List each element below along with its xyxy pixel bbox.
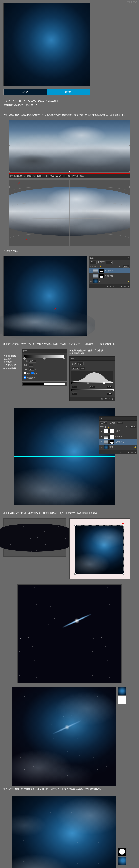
layer-mask-thumb[interactable] [109,435,114,439]
layer-name[interactable]: 背景 [99,280,103,283]
visibility-icon[interactable]: 👁 [100,446,103,448]
grad-align-check[interactable]: 与图层对齐 [24,376,35,379]
layer-thumb[interactable] [104,440,109,444]
mask-icon[interactable]: ◐ [113,285,115,287]
layer-name[interactable]: 天空图层 4 [105,270,113,272]
transform-toolbar[interactable]: X:25.00 Y:260.5 W:100.0 ⚭ H:100.0 ∠0.00 … [9,174,130,178]
visibility-icon[interactable]: 👁 [100,436,103,438]
delete-icon[interactable]: 🗑 [134,451,136,454]
delete-adj-icon[interactable]: 🗑 [111,398,114,400]
layer-name[interactable]: 色阶 1 [115,430,120,432]
layer-name[interactable]: 天空图层 1 [105,275,113,277]
grad-reverse-check[interactable]: 反向 [24,372,30,375]
layer-thumb[interactable] [104,445,109,450]
fill-value[interactable]: 100% [123,265,129,268]
visibility-icon[interactable]: 👁 [90,270,92,272]
lock-all-icon[interactable]: 🔒 [107,426,109,428]
lock-pixels-icon[interactable]: ▨ [105,426,107,428]
layer-row-grad[interactable]: 👁 渐变填充 1 [99,434,137,439]
opacity-value[interactable]: 100% [117,422,123,424]
panel-menu-icon[interactable]: ≡ [135,417,136,420]
thumb-final [118,857,127,865]
tb-y-label: Y: [24,175,25,177]
clip-icon[interactable]: ◪ [101,398,103,400]
layer-row-bg2[interactable]: 👁 背景 🔒 [99,445,137,450]
lock-all-icon[interactable]: 🔒 [100,265,102,267]
tb-h-value[interactable]: 100.0 [49,175,55,177]
in-black-value[interactable]: 0 [72,385,77,388]
layer-row-sky1b[interactable]: 👁 天空图层 1 [99,439,137,445]
group-icon[interactable]: ▣ [127,451,130,454]
gradient-bar[interactable] [24,355,64,358]
link-icon[interactable]: ⚭ [44,175,45,177]
visibility-icon[interactable]: 👁 [90,275,92,277]
gradient-editor-small[interactable] [22,382,67,386]
layer-row-bg[interactable]: 👁 背景 🔒 [89,279,130,284]
adjustment-icon[interactable]: ◑ [117,285,119,287]
layer-thumb[interactable] [93,274,98,278]
visibility-icon[interactable]: 👁 [100,430,103,432]
fx-icon[interactable]: fx [110,285,112,287]
layer-row-sky1[interactable]: 👁 天空图层 1 [89,273,130,279]
link-layers-icon[interactable]: ⚭ [113,451,115,454]
tb-vskew[interactable]: V: 0.0 [73,175,79,177]
mask-icon[interactable]: ◐ [120,451,122,454]
blend-mode-dropdown[interactable]: 正常 ▾ [90,261,96,264]
group-icon[interactable]: ▣ [120,285,122,287]
out-black-value[interactable]: 0 [72,392,77,395]
layer-thumb[interactable] [93,269,98,273]
new-layer-icon[interactable]: ▦ [123,285,126,287]
grad-dither-check[interactable]: 仿色 [31,372,37,375]
layers-panel-2[interactable]: 图层≡ 正常 ▾ 不透明度: 100% 锁定: ▨ 🔒 填充: 100% 👁 [99,416,137,454]
new-layer-icon[interactable]: ▦ [131,451,133,454]
tb-hskew[interactable]: H: 0.0 [65,175,71,177]
gradient-preview-small[interactable] [23,383,65,385]
visibility-icon[interactable]: 👁 [90,280,92,282]
lock-pixels-icon[interactable]: ▨ [94,265,96,267]
tb-y-value[interactable]: 260.5 [26,175,32,177]
delete-icon[interactable]: 🗑 [127,285,130,287]
view-prev-icon[interactable]: 👁 [105,398,107,400]
layer-name[interactable]: 背景 [109,446,113,448]
blend-mode-dropdown[interactable]: 正常 ▾ [100,421,107,425]
in-white-value[interactable]: 194 [107,385,112,388]
layer-row-sky4[interactable]: 👁 天空图层 4 [89,268,130,273]
panel-menu-icon[interactable]: ≡ [128,257,129,259]
grad-scale-value[interactable]: 100 [29,368,34,371]
reset-icon[interactable]: ↺ [108,398,110,400]
layer-thumb[interactable] [104,429,109,433]
layer-thumb[interactable] [93,279,98,283]
visibility-icon[interactable]: 👁 [100,441,103,443]
link-layers-icon[interactable]: ⚭ [106,285,109,287]
output-levels-slider[interactable] [71,389,113,390]
levels-preset-dropdown[interactable]: 自定 ▾ [77,362,84,365]
levels-channel-dropdown[interactable]: RGB ▾ [72,367,79,370]
layer-row-levels[interactable]: 👁 色阶 1 [99,429,137,434]
tb-angle-value[interactable]: 0.00 [58,175,63,177]
gradient-panel[interactable]: 渐变 样式: 线性 ▾ 角度: 90° [22,349,67,381]
layer-name[interactable]: 渐变填充 1 [115,435,123,438]
input-levels-slider[interactable] [71,382,113,383]
lock-position-icon[interactable]: ✥ [97,265,99,267]
layer-mask-thumb[interactable] [99,274,104,278]
layer-mask-thumb[interactable] [109,440,114,444]
grad-angle-value[interactable]: 90 [29,364,33,367]
layer-thumb[interactable] [104,435,109,439]
out-white-value[interactable]: 255 [107,392,112,395]
layer-mask-thumb[interactable] [109,429,114,433]
fill-value[interactable]: 100% [130,426,136,428]
layer-mask-thumb[interactable] [99,269,104,273]
anchor-grid-icon[interactable] [10,175,13,177]
levels-panel[interactable]: 属性 预设: 自定 ▾ RGB ▾ 自动 [70,356,115,401]
opacity-value[interactable]: 100% [106,261,113,264]
tb-w-value[interactable]: 100.0 [36,175,42,177]
adjustment-icon[interactable]: ◑ [123,451,126,454]
layer-name[interactable]: 天空图层 1 [115,441,123,443]
grad-style-dropdown[interactable]: 线性 ▾ [29,360,36,363]
levels-auto-button[interactable]: 自动 [80,367,85,370]
fx-icon[interactable]: fx [117,451,119,454]
arrow-red-2: ↗ [25,238,27,242]
in-mid-value[interactable]: 0.75 [89,385,95,388]
layers-panel-1[interactable]: 图层≡ 正常 ▾ 不透明度: 100% 锁定: ▨ ✥ 🔒 填充: 100% 👁 [89,256,130,288]
tb-x-value[interactable]: 25.00 [16,175,22,177]
